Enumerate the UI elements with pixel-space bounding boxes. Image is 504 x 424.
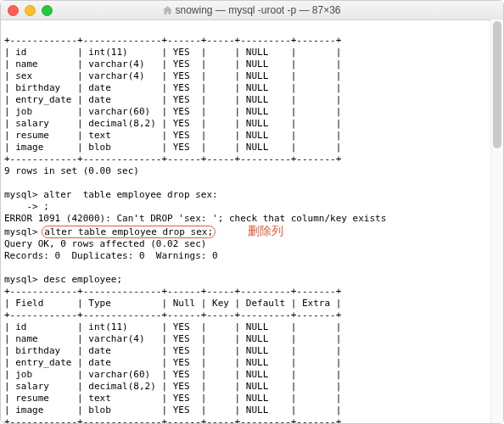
zoom-icon[interactable]: [42, 5, 53, 16]
close-icon[interactable]: [8, 5, 19, 16]
table-sep: +------------+--------------+------+----…: [4, 310, 341, 321]
sql-command: mysql> desc employee;: [4, 274, 122, 285]
window-title: snowing — mysql -uroot -p — 87×36: [1, 4, 503, 17]
table-row: | salary | decimal(8,2) | YES | | NULL |…: [4, 381, 341, 392]
table-sep: +------------+--------------+------+----…: [4, 416, 341, 423]
table-row: | name | varchar(4) | YES | | NULL | |: [4, 59, 341, 70]
minimize-icon[interactable]: [25, 5, 36, 16]
table-row: | image | blob | YES | | NULL | |: [4, 142, 341, 153]
highlighted-command: alter table employee drop sex;: [42, 226, 216, 238]
table-sep: +------------+--------------+------+----…: [4, 35, 341, 46]
sql-command: mysql> alter table employee drop sex:: [4, 189, 218, 200]
table-row: | resume | text | YES | | NULL | |: [4, 393, 341, 404]
annotation-label: 删除列: [248, 224, 283, 237]
table-row: | id | int(11) | YES | | NULL | |: [4, 47, 341, 58]
table-sep: +------------+--------------+------+----…: [4, 153, 341, 165]
table-row: | image | blob | YES | | NULL | |: [4, 404, 341, 416]
table-row: | birthday | date | YES | | NULL | |: [4, 345, 341, 356]
table-row: | entry_date | date | YES | | NULL | |: [4, 94, 341, 105]
table-row: | birthday | date | YES | | NULL | |: [4, 82, 341, 93]
table-header: | Field | Type | Null | Key | Default | …: [4, 298, 341, 309]
table-sep: +------------+--------------+------+----…: [4, 286, 341, 297]
titlebar: snowing — mysql -uroot -p — 87×36: [1, 1, 503, 20]
home-icon: [163, 5, 172, 17]
scrollbar[interactable]: [490, 20, 503, 423]
table-row: | job | varchar(60) | YES | | NULL | |: [4, 106, 341, 117]
table-row: | entry_date | date | YES | | NULL | |: [4, 357, 341, 368]
table-row: | resume | text | YES | | NULL | |: [4, 130, 341, 141]
table-row: | job | varchar(60) | YES | | NULL | |: [4, 369, 341, 380]
sql-continuation: -> ;: [4, 201, 49, 212]
table-row: | salary | decimal(8,2) | YES | | NULL |…: [4, 118, 341, 129]
window-title-text: snowing — mysql -uroot -p — 87×36: [175, 4, 340, 16]
traffic-lights: [8, 5, 53, 16]
table-row: | id | int(11) | YES | | NULL | |: [4, 321, 341, 332]
rows-summary: 9 rows in set (0.00 sec): [4, 165, 139, 176]
table-row: | sex | varchar(4) | YES | | NULL | |: [4, 70, 341, 81]
query-ok: Query OK, 0 rows affected (0.02 sec): [4, 238, 206, 249]
error-line: ERROR 1091 (42000): Can't DROP 'sex: '; …: [4, 213, 386, 224]
table-row: | name | varchar(4) | YES | | NULL | |: [4, 333, 341, 344]
prompt: mysql>: [4, 226, 43, 237]
scrollbar-thumb[interactable]: [493, 21, 501, 148]
records-line: Records: 0 Duplicates: 0 Warnings: 0: [4, 250, 218, 261]
terminal-content[interactable]: +------------+--------------+------+----…: [1, 20, 491, 423]
terminal-window: snowing — mysql -uroot -p — 87×36 +-----…: [0, 0, 504, 424]
